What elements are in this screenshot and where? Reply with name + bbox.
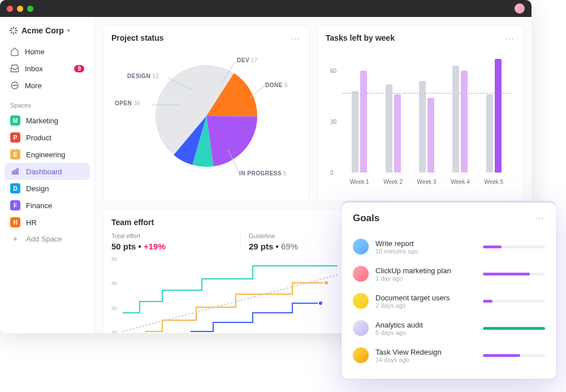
goal-row[interactable]: Task View Redesign14 days ago (353, 342, 545, 369)
sidebar-item-product[interactable]: PProduct (5, 129, 90, 146)
pie-leader-line (152, 105, 179, 105)
svg-point-11 (16, 85, 16, 85)
pie-label: OPEN36 (115, 100, 140, 106)
bar (419, 81, 426, 173)
bar (486, 94, 493, 173)
progress-fill (483, 245, 502, 248)
bar (394, 94, 401, 173)
progress-fill (483, 354, 520, 357)
goal-row[interactable]: Write report10 minutes ago (353, 233, 545, 260)
goal-time: 1 day ago (375, 275, 476, 282)
stat-label: Total effort (111, 232, 240, 239)
space-letter-icon: D (10, 183, 20, 193)
goal-name: Write report (375, 239, 476, 248)
card-title: Project status (111, 33, 301, 42)
nav-home[interactable]: Home (5, 43, 90, 60)
goal-time: 5 days ago (375, 329, 476, 336)
x-tick-label: Week 3 (417, 179, 437, 185)
workspace-icon (9, 26, 18, 35)
nav-inbox[interactable]: Inbox 9 (5, 60, 90, 77)
x-tick-label: Week 2 (383, 179, 403, 185)
avatar (353, 239, 369, 255)
space-letter-icon: M (10, 115, 20, 126)
maximize-window-icon[interactable] (27, 6, 33, 12)
goals-card: Goals ⋯ Write report10 minutes agoClickU… (342, 201, 556, 379)
space-label: HR (26, 218, 37, 227)
svg-line-7 (15, 28, 17, 29)
nav-label: Home (25, 48, 45, 56)
goals-menu-button[interactable]: ⋯ (535, 213, 545, 223)
sidebar-item-engineering[interactable]: EEngineering (5, 146, 90, 163)
y-tick-label: 20 (111, 330, 117, 333)
progress-fill (483, 327, 545, 330)
progress-fill (483, 273, 530, 275)
progress-bar (483, 300, 545, 303)
plus-icon: + (10, 234, 20, 243)
card-menu-button[interactable]: ⋯ (291, 33, 301, 44)
card-menu-button[interactable]: ⋯ (505, 33, 515, 44)
goal-time: 14 days ago (375, 356, 476, 363)
pie-label: DONE5 (265, 82, 287, 88)
stat-delta: +19% (144, 242, 166, 251)
svg-line-5 (15, 32, 17, 34)
window-controls (7, 6, 33, 12)
goals-title: Goals (353, 213, 545, 224)
bar-group (386, 84, 401, 173)
user-avatar[interactable] (515, 3, 525, 14)
space-letter-icon: P (10, 132, 20, 143)
pie-chart: OPEN36DESIGN12DEV17DONE5IN PROGRESS5 (111, 48, 301, 189)
nav-more[interactable]: More (5, 77, 90, 94)
bar (495, 59, 502, 173)
goal-name: Task View Redesign (375, 348, 476, 356)
goal-info: Analytics audit5 days ago (375, 321, 476, 336)
bar (427, 98, 434, 173)
avatar (353, 293, 369, 309)
goal-time: 2 days ago (375, 302, 476, 309)
chart-icon (10, 166, 20, 176)
progress-bar (483, 354, 545, 357)
chevron-down-icon: ▾ (67, 28, 70, 33)
sidebar-item-finance[interactable]: FFinance (5, 197, 90, 214)
goal-row[interactable]: ClickUp marketing plan1 day ago (353, 260, 545, 287)
avatar (353, 347, 369, 363)
y-tick-label: 30 (111, 305, 117, 311)
goal-row[interactable]: Analytics audit5 days ago (353, 315, 545, 342)
stat-total: Total effort 50 pts • +19% (111, 232, 240, 251)
bar-group (419, 81, 434, 173)
titlebar (0, 0, 532, 17)
y-tick-label: 60 (330, 68, 336, 74)
line-chart-svg (123, 259, 338, 333)
space-label: Engineering (26, 150, 65, 159)
workspace-switcher[interactable]: Acme Corp ▾ (5, 24, 90, 37)
y-tick-label: 30 (330, 119, 336, 125)
nav-label: More (25, 81, 42, 90)
goal-info: ClickUp marketing plan1 day ago (375, 266, 476, 282)
progress-bar (483, 327, 545, 330)
pie-label: IN PROGRESS5 (239, 170, 287, 176)
y-tick-label: 40 (111, 281, 117, 286)
svg-rect-13 (15, 170, 16, 174)
svg-rect-12 (12, 171, 14, 174)
sidebar-item-design[interactable]: DDesign (5, 180, 90, 197)
svg-point-10 (14, 85, 15, 85)
sidebar: Acme Corp ▾ Home Inbox 9 More Spaces MMa… (0, 17, 95, 333)
inbox-icon (10, 64, 19, 73)
goal-info: Document target users2 days ago (375, 294, 476, 309)
add-space-button[interactable]: + Add Space (5, 231, 90, 247)
add-space-label: Add Space (26, 235, 62, 243)
y-tick-label: 0 (330, 170, 334, 176)
close-window-icon[interactable] (7, 6, 13, 12)
goal-time: 10 minutes ago (375, 248, 476, 255)
svg-point-9 (13, 85, 14, 85)
x-labels: Week 1Week 2Week 3Week 4Week 5 (343, 179, 511, 185)
sidebar-item-hr[interactable]: HHR (5, 214, 90, 231)
goal-row[interactable]: Document target users2 days ago (353, 287, 545, 315)
line-endpoint (318, 301, 323, 305)
workspace-name: Acme Corp (21, 26, 64, 35)
sidebar-item-marketing[interactable]: MMarketing (5, 112, 90, 129)
avatar (353, 266, 369, 282)
minimize-window-icon[interactable] (17, 6, 23, 12)
avatar (353, 320, 369, 336)
sidebar-item-dashboard[interactable]: Dashboard (5, 163, 90, 180)
bar (352, 91, 358, 173)
